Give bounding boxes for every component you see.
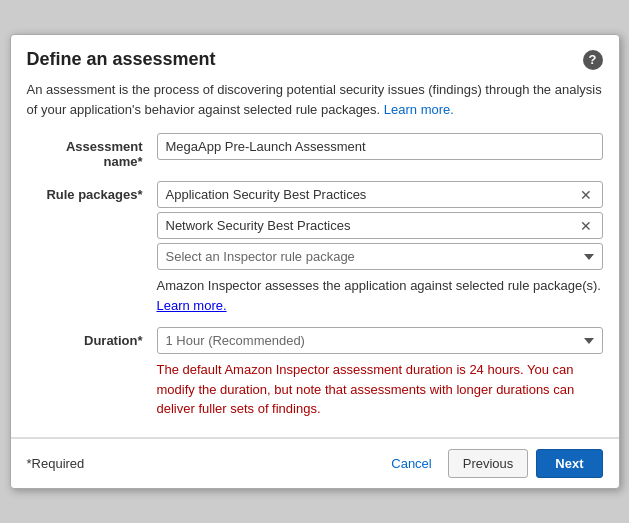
duration-row: Duration* 15 Minutes 1 Hour (Recommended… [27, 327, 603, 419]
rule-package-text-1: Network Security Best Practices [166, 218, 578, 233]
dialog-title: Define an assessment [27, 49, 216, 70]
rule-packages-row: Rule packages* Application Security Best… [27, 181, 603, 315]
remove-rule-package-0-button[interactable]: ✕ [578, 188, 594, 202]
duration-control: 15 Minutes 1 Hour (Recommended) 8 Hours … [157, 327, 603, 419]
assessment-name-control [157, 133, 603, 160]
dialog-body: An assessment is the process of discover… [11, 80, 619, 437]
rule-packages-note: Amazon Inspector assesses the applicatio… [157, 276, 603, 315]
description-learn-more-link[interactable]: Learn more. [384, 102, 454, 117]
assessment-name-row: Assessment name* [27, 133, 603, 169]
rule-packages-label: Rule packages* [27, 181, 157, 202]
duration-note: The default Amazon Inspector assessment … [157, 360, 603, 419]
rule-package-select[interactable]: Select an Inspector rule package [157, 243, 603, 270]
assessment-name-label: Assessment name* [27, 133, 157, 169]
rule-packages-learn-more-link[interactable]: Learn more. [157, 298, 227, 313]
footer-buttons: Cancel Previous Next [383, 449, 602, 478]
rule-package-item-0: Application Security Best Practices ✕ [157, 181, 603, 208]
cancel-button[interactable]: Cancel [383, 450, 439, 477]
assessment-name-input[interactable] [157, 133, 603, 160]
help-icon[interactable]: ? [583, 50, 603, 70]
remove-rule-package-1-button[interactable]: ✕ [578, 219, 594, 233]
previous-button[interactable]: Previous [448, 449, 529, 478]
duration-select[interactable]: 15 Minutes 1 Hour (Recommended) 8 Hours … [157, 327, 603, 354]
next-button[interactable]: Next [536, 449, 602, 478]
rule-packages-control: Application Security Best Practices ✕ Ne… [157, 181, 603, 315]
duration-label: Duration* [27, 327, 157, 348]
define-assessment-dialog: Define an assessment ? An assessment is … [10, 34, 620, 489]
rule-package-text-0: Application Security Best Practices [166, 187, 578, 202]
description-text: An assessment is the process of discover… [27, 80, 603, 119]
dialog-footer: *Required Cancel Previous Next [11, 438, 619, 488]
rule-package-item-1: Network Security Best Practices ✕ [157, 212, 603, 239]
required-note: *Required [27, 456, 85, 471]
dialog-header: Define an assessment ? [11, 35, 619, 80]
